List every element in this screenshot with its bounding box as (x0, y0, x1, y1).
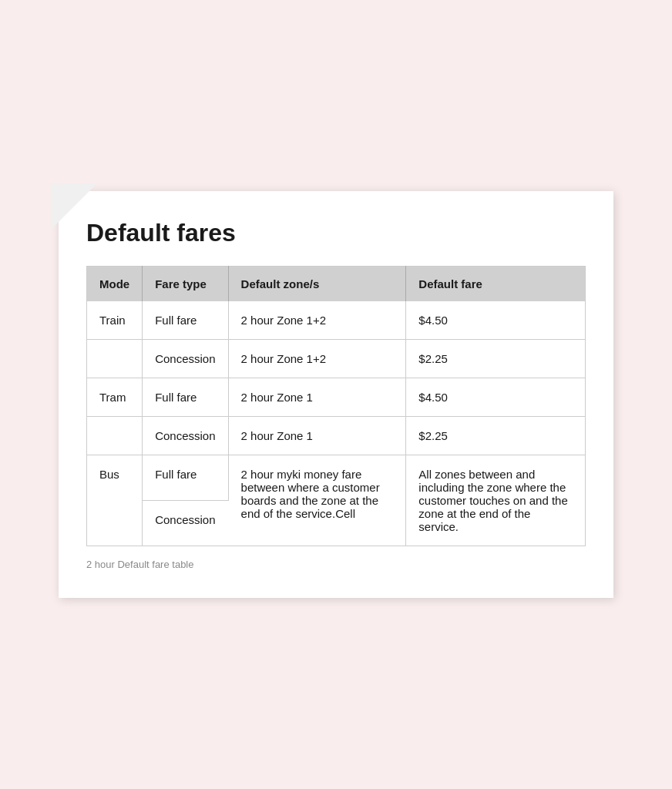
table-header-row: Mode Fare type Default zone/s Default fa… (87, 267, 586, 302)
cell-default-zones: 2 hour Zone 1+2 (228, 340, 406, 378)
cell-mode (87, 340, 143, 378)
cell-default-fare: All zones between and including the zone… (406, 455, 586, 546)
col-header-mode: Mode (87, 267, 143, 302)
cell-default-zones: 2 hour Zone 1 (228, 378, 406, 417)
cell-fare-type: Full fare (143, 378, 228, 417)
col-header-fare-type: Fare type (143, 267, 228, 302)
table-caption: 2 hour Default fare table (86, 559, 586, 570)
table-row: Concession 2 hour Zone 1+2 $2.25 (87, 340, 586, 378)
cell-default-fare: $2.25 (406, 417, 586, 455)
cell-mode (87, 417, 143, 455)
cell-fare-type: Full fare (143, 301, 228, 340)
cell-default-zones: 2 hour Zone 1+2 (228, 301, 406, 340)
main-card: Default fares Mode Fare type Default zon… (59, 191, 613, 598)
cell-default-zones: 2 hour myki money fare between where a c… (228, 455, 406, 546)
cell-fare-type: Full fare (143, 455, 228, 501)
cell-fare-type: Concession (143, 340, 228, 378)
cell-default-fare: $4.50 (406, 301, 586, 340)
cell-fare-type: Concession (143, 417, 228, 455)
cell-mode: Bus (87, 455, 143, 546)
table-row: Bus Full fare 2 hour myki money fare bet… (87, 455, 586, 501)
cell-mode: Tram (87, 378, 143, 417)
table-row: Concession 2 hour Zone 1 $2.25 (87, 417, 586, 455)
cell-default-fare: $2.25 (406, 340, 586, 378)
fare-table: Mode Fare type Default zone/s Default fa… (86, 266, 586, 546)
table-row: Tram Full fare 2 hour Zone 1 $4.50 (87, 378, 586, 417)
page-title: Default fares (86, 219, 586, 247)
cell-default-zones: 2 hour Zone 1 (228, 417, 406, 455)
col-header-default-zones: Default zone/s (228, 267, 406, 302)
cell-fare-type: Concession (143, 501, 228, 546)
cell-default-fare: $4.50 (406, 378, 586, 417)
col-header-default-fare: Default fare (406, 267, 586, 302)
table-row: Train Full fare 2 hour Zone 1+2 $4.50 (87, 301, 586, 340)
cell-mode: Train (87, 301, 143, 340)
